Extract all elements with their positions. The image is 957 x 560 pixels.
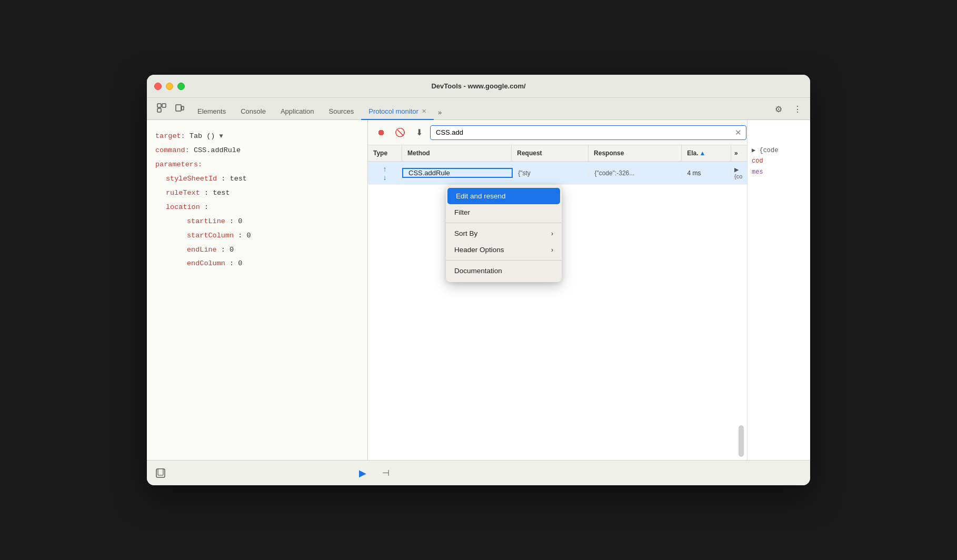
more-options-icon[interactable]: ⋮ xyxy=(790,102,805,116)
bidirectional-arrow-icon: ↑↓ xyxy=(383,165,387,182)
right-col-preview: ▶ {code cod mes xyxy=(747,120,810,460)
row-method-cell: CSS.addRule xyxy=(402,168,513,178)
window-title: DevTools - www.google.com/ xyxy=(431,82,525,90)
row-response-cell: {"code":-326... xyxy=(589,169,682,177)
devtools-window: DevTools - www.google.com/ Elements Cons… xyxy=(147,75,810,485)
prop-command: command: CSS.addRule xyxy=(155,145,359,157)
download-button[interactable]: ⬇ xyxy=(411,125,427,141)
context-menu-edit-resend[interactable]: Edit and resend xyxy=(447,188,560,204)
context-menu-separator-1 xyxy=(446,223,562,223)
minimize-button[interactable] xyxy=(166,83,173,90)
context-menu-filter[interactable]: Filter xyxy=(446,204,562,221)
col-header-more[interactable]: » xyxy=(731,145,747,161)
search-clear-icon[interactable]: ✕ xyxy=(735,128,742,137)
bottom-toolbar: ▶ ⊣ xyxy=(147,460,810,485)
prop-endLine: endLine : 0 xyxy=(155,244,359,256)
tab-right-icons: ⚙ ⋮ xyxy=(771,102,805,119)
col-header-method: Method xyxy=(402,145,512,161)
svg-rect-2 xyxy=(157,108,161,112)
svg-rect-0 xyxy=(157,104,161,107)
prop-endColumn: endColumn : 0 xyxy=(155,258,359,270)
maximize-button[interactable] xyxy=(177,83,185,90)
new-tab-button[interactable] xyxy=(153,466,168,481)
table-body: ↑↓ CSS.addRule {"sty {"code":-326... 4 m… xyxy=(368,162,747,460)
sidebar-toggle-button[interactable]: ⊣ xyxy=(378,466,393,481)
close-button[interactable] xyxy=(154,83,162,90)
tab-application[interactable]: Application xyxy=(273,104,322,120)
left-panel: target: Tab () ▼ command: CSS.addRule pa… xyxy=(147,120,368,460)
tab-more[interactable]: » xyxy=(434,105,446,120)
tab-console[interactable]: Console xyxy=(233,104,273,120)
device-icon[interactable] xyxy=(172,101,187,115)
scrollbar[interactable] xyxy=(739,425,744,457)
svg-rect-1 xyxy=(162,104,166,107)
dropdown-arrow[interactable]: ▼ xyxy=(220,133,223,140)
col-header-response: Response xyxy=(589,145,682,161)
content-area: target: Tab () ▼ command: CSS.addRule pa… xyxy=(147,120,810,460)
tab-protocol-monitor[interactable]: Protocol monitor ✕ xyxy=(361,104,434,120)
prop-parameters: parameters: xyxy=(155,159,359,171)
row-elapsed-cell: 4 ms xyxy=(682,169,731,177)
context-menu: Edit and resend Filter Sort By › Header … xyxy=(446,185,562,282)
tab-sources[interactable]: Sources xyxy=(322,104,362,120)
settings-icon[interactable]: ⚙ xyxy=(771,102,786,116)
protocol-toolbar: ⏺ 🚫 ⬇ ✕ xyxy=(368,120,747,145)
svg-rect-3 xyxy=(176,105,181,111)
clear-button[interactable]: 🚫 xyxy=(392,125,408,141)
prop-target: target: Tab () ▼ xyxy=(155,131,359,143)
prop-ruleText: ruleText : test xyxy=(155,187,359,199)
col-header-type: Type xyxy=(368,145,402,161)
tab-close-icon[interactable]: ✕ xyxy=(422,108,426,115)
inspect-icon[interactable] xyxy=(154,101,169,115)
row-expand-cell: ▶{co xyxy=(731,166,747,179)
prop-location: location : xyxy=(155,202,359,214)
right-panel: ⏺ 🚫 ⬇ ✕ Type Method Request Response Ela… xyxy=(368,120,747,460)
prop-startColumn: startColumn : 0 xyxy=(155,230,359,242)
col-header-elapsed: Ela. ▲ xyxy=(682,145,731,161)
prop-styleSheetId: styleSheetId : test xyxy=(155,173,359,185)
tab-bar: Elements Console Application Sources Pro… xyxy=(147,98,810,120)
tab-elements[interactable]: Elements xyxy=(190,104,233,120)
context-menu-documentation[interactable]: Documentation xyxy=(446,263,562,279)
table-row[interactable]: ↑↓ CSS.addRule {"sty {"code":-326... 4 m… xyxy=(368,162,747,185)
traffic-lights xyxy=(154,83,185,90)
expand-triangle-icon: ▶ xyxy=(734,166,739,173)
tab-icon-group xyxy=(152,101,190,119)
code-preview: ▶ {code cod mes xyxy=(752,143,806,179)
title-bar: DevTools - www.google.com/ xyxy=(147,75,810,98)
search-input[interactable] xyxy=(430,125,746,140)
prop-startLine: startLine : 0 xyxy=(155,216,359,228)
stop-recording-button[interactable]: ⏺ xyxy=(373,125,389,141)
context-menu-sort-by[interactable]: Sort By › xyxy=(446,225,562,242)
submenu-arrow-icon-2: › xyxy=(551,246,553,254)
context-menu-header-options[interactable]: Header Options › xyxy=(446,242,562,258)
svg-rect-6 xyxy=(158,469,163,475)
col-header-request: Request xyxy=(512,145,589,161)
row-type-cell: ↑↓ xyxy=(368,165,402,182)
row-request-cell: {"sty xyxy=(513,169,589,177)
table-header: Type Method Request Response Ela. ▲ » xyxy=(368,145,747,162)
svg-rect-4 xyxy=(182,106,184,110)
sort-arrow-icon: ▲ xyxy=(700,149,706,157)
submenu-arrow-icon: › xyxy=(551,230,553,237)
send-button[interactable]: ▶ xyxy=(355,466,370,481)
context-menu-separator-2 xyxy=(446,260,562,261)
